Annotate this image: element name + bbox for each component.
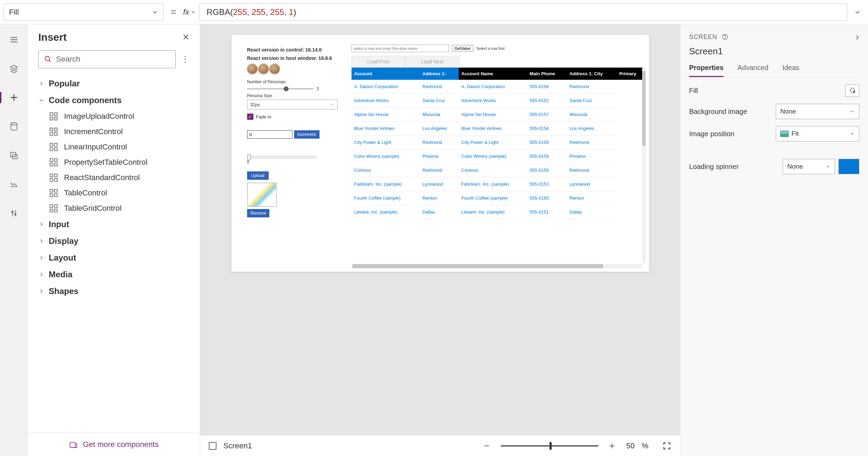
table-cell[interactable]: Blue Yonder Airlines <box>459 122 527 136</box>
table-cell[interactable]: Adventure Works <box>459 94 527 108</box>
image-position-select[interactable]: Fit <box>776 126 859 141</box>
table-cell[interactable]: City Power & Light <box>352 136 420 149</box>
spinner-select[interactable]: None <box>783 159 835 174</box>
table-cell[interactable]: Santa Cruz <box>420 94 459 108</box>
rail-insert[interactable] <box>6 89 22 106</box>
upload-button[interactable]: Upload <box>247 171 269 180</box>
fullscreen-icon[interactable] <box>662 441 671 450</box>
tab-properties[interactable]: Properties <box>689 64 724 77</box>
component-IncrementControl[interactable]: IncrementControl <box>33 124 195 139</box>
rail-tools[interactable] <box>6 205 22 222</box>
rail-data[interactable] <box>6 118 22 135</box>
table-cell[interactable]: Litware, Inc. (sample) <box>352 205 420 219</box>
column-header[interactable]: Address 1: <box>420 68 459 80</box>
group-media[interactable]: Media <box>33 266 195 283</box>
table-cell[interactable]: Phoenix <box>420 149 459 163</box>
get-more-components[interactable]: Get more components <box>28 433 200 456</box>
increment-input[interactable] <box>247 130 292 139</box>
table-cell[interactable]: Dallas <box>420 205 459 219</box>
table-cell[interactable]: Alpine Ski House <box>352 108 420 122</box>
table-cell[interactable]: 555-0159 <box>527 149 567 163</box>
grid-vertical-scrollbar[interactable] <box>642 68 646 263</box>
tab-advanced[interactable]: Advanced <box>737 64 768 77</box>
column-header[interactable]: Address 1: City <box>567 68 616 80</box>
table-cell[interactable]: Fourth Coffee (sample) <box>459 191 527 205</box>
table-cell[interactable]: 555-0153 <box>527 177 567 191</box>
expand-formula-button[interactable] <box>851 8 865 16</box>
alias-input[interactable] <box>352 45 449 52</box>
table-cell[interactable]: A. Datum Corporation <box>459 80 527 94</box>
table-cell[interactable]: Phoenix <box>567 149 616 163</box>
table-cell[interactable]: Redmond <box>567 163 616 177</box>
table-cell[interactable]: Adventure Works <box>352 94 420 108</box>
table-cell[interactable]: Santa Cruz <box>567 94 616 108</box>
table-cell[interactable]: 555-0152 <box>527 94 567 108</box>
table-cell[interactable]: 555-0156 <box>527 163 567 177</box>
rail-hamburger[interactable] <box>6 31 22 48</box>
component-TableGridControl[interactable]: TableGridControl <box>33 201 195 216</box>
column-header[interactable]: Primary <box>617 68 646 80</box>
table-cell[interactable]: Coho Winery (sample) <box>352 149 420 163</box>
zoom-out-button[interactable]: − <box>480 440 494 451</box>
table-cell[interactable]: Missoula <box>420 108 459 122</box>
rail-media[interactable] <box>6 147 22 164</box>
table-cell[interactable]: Los Angeles <box>420 122 459 136</box>
table-cell[interactable]: Renton <box>567 191 616 205</box>
component-PropertySetTableControl[interactable]: PropertySetTableControl <box>33 155 195 170</box>
component-LinearInputControl[interactable]: LinearInputControl <box>33 139 195 155</box>
table-cell[interactable]: 555-0151 <box>527 205 567 219</box>
persona-size-combo[interactable]: 32px <box>247 100 338 109</box>
fx-label[interactable]: fx <box>183 8 196 17</box>
table-row[interactable]: A. Datum CorporationRedmondA. Datum Corp… <box>352 80 646 94</box>
table-cell[interactable]: Redmond <box>420 163 459 177</box>
remove-button[interactable]: Remove <box>247 209 270 217</box>
increment-button[interactable]: Increment <box>294 130 319 139</box>
grid-horizontal-scrollbar[interactable] <box>352 264 642 268</box>
get-value-button[interactable]: GetValue <box>452 45 474 52</box>
table-cell[interactable]: Lynnwood <box>567 177 616 191</box>
table-cell[interactable]: Fourth Coffee (sample) <box>352 191 420 205</box>
property-selector[interactable]: Fill <box>3 3 164 21</box>
rail-flows[interactable] <box>6 176 22 193</box>
table-row[interactable]: Adventure WorksSanta CruzAdventure Works… <box>352 94 646 108</box>
table-cell[interactable]: Missoula <box>567 108 616 122</box>
table-cell[interactable]: Fabrikam, Inc. (sample) <box>352 177 420 191</box>
close-pane-button[interactable]: ✕ <box>182 32 189 42</box>
table-cell[interactable]: Renton <box>420 191 459 205</box>
group-popular[interactable]: Popular <box>33 75 195 92</box>
table-row[interactable]: Coho Winery (sample)PhoenixCoho Winery (… <box>352 149 646 163</box>
table-row[interactable]: Alpine Ski HouseMissoulaAlpine Ski House… <box>352 108 646 122</box>
table-row[interactable]: City Power & LightRedmondCity Power & Li… <box>352 136 646 149</box>
table-cell[interactable]: 555-0154 <box>527 122 567 136</box>
zoom-slider[interactable] <box>501 445 598 447</box>
table-row[interactable]: Blue Yonder AirlinesLos AngelesBlue Yond… <box>352 122 646 136</box>
table-row[interactable]: Litware, Inc. (sample)DallasLitware, Inc… <box>352 205 646 219</box>
zoom-in-button[interactable]: + <box>605 440 619 451</box>
table-cell[interactable]: Redmond <box>567 80 616 94</box>
group-code-components[interactable]: Code components <box>33 92 195 109</box>
component-ImageUploadControl[interactable]: ImageUploadControl <box>33 109 195 124</box>
group-layout[interactable]: Layout <box>33 249 195 266</box>
group-display[interactable]: Display <box>33 233 195 249</box>
table-cell[interactable]: Contoso <box>352 163 420 177</box>
component-TableControl[interactable]: TableControl <box>33 185 195 201</box>
table-row[interactable]: Fourth Coffee (sample)RentonFourth Coffe… <box>352 191 646 205</box>
canvas-viewport[interactable]: React version in control: 16.14.0 React … <box>200 24 680 435</box>
rail-tree-view[interactable] <box>6 60 22 77</box>
tab-ideas[interactable]: Ideas <box>782 64 799 77</box>
bg-image-select[interactable]: None <box>776 104 859 119</box>
personas-slider[interactable] <box>247 88 313 90</box>
data-grid[interactable]: AccountAddress 1:Account NameMain PhoneA… <box>352 68 646 219</box>
table-cell[interactable]: Dallas <box>567 205 616 219</box>
linear-slider[interactable] <box>247 156 317 158</box>
column-header[interactable]: Main Phone <box>527 68 567 80</box>
screen-canvas[interactable]: React version in control: 16.14.0 React … <box>231 35 649 272</box>
table-cell[interactable]: Los Angeles <box>567 122 616 136</box>
formula-input[interactable]: RGBA(255, 255, 255, 1) <box>199 3 847 21</box>
spinner-color-swatch[interactable] <box>838 159 859 174</box>
load-prev-button[interactable]: Load Prev <box>352 56 405 68</box>
more-button[interactable]: ⋮ <box>181 54 189 64</box>
collapse-props-button[interactable]: › <box>856 31 859 42</box>
group-input[interactable]: Input <box>33 216 195 233</box>
fill-color-button[interactable] <box>845 84 859 97</box>
